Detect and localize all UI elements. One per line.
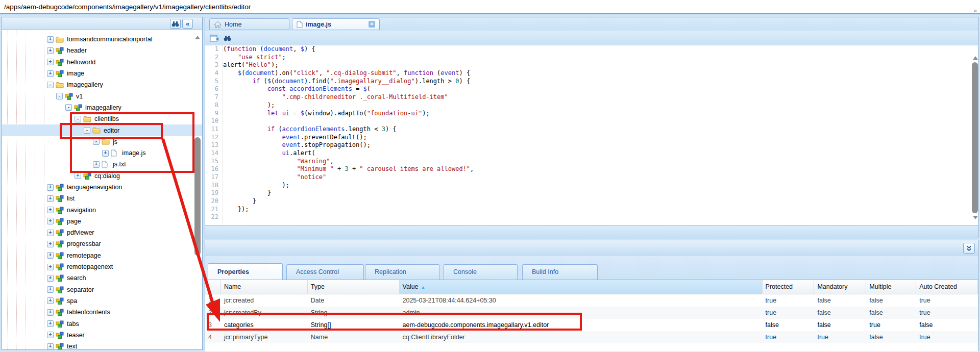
tree-node-pdfviewer[interactable]: +pdfviewer (2, 227, 202, 238)
expand-toggle-icon[interactable]: + (47, 241, 54, 247)
cell-num: 1 (205, 294, 221, 307)
expand-toggle-icon[interactable]: + (47, 252, 54, 259)
line-number: 5 (205, 78, 223, 86)
find-button[interactable] (222, 33, 232, 43)
tree-node-page[interactable]: +page (2, 216, 202, 227)
column-header-value[interactable]: Value▲ (400, 280, 763, 294)
tree-node-remotepagenext[interactable]: +remotepagenext (2, 261, 202, 272)
collapse-toggle-icon[interactable]: - (75, 116, 81, 122)
column-header-auto-created[interactable]: Auto Created (916, 280, 978, 294)
table-row-jcr:createdBy[interactable]: 2jcr:createdByStringadmintruefalsefalset… (205, 307, 978, 319)
code-line: 5 if ($(document).find(".imagegallary__d… (205, 78, 978, 86)
tab-replication[interactable]: Replication (365, 264, 439, 280)
tree-node-languagenavigation[interactable]: +languagenavigation (2, 182, 202, 193)
tree-node-header[interactable]: +header (2, 45, 202, 56)
line-number: 20 (205, 197, 223, 206)
tree-node-cq:dialog[interactable]: +cq:dialog (2, 170, 202, 182)
tree-node-teaser[interactable]: +teaser (2, 330, 202, 341)
expand-toggle-icon[interactable]: + (47, 184, 54, 191)
tree-body[interactable]: +formsandcommunicationportal+header+hell… (2, 30, 202, 349)
tree-node-navigation[interactable]: +navigation (2, 204, 202, 215)
tree-node-remotepage[interactable]: +remotepage (2, 250, 202, 261)
tree-scrollbar-thumb[interactable] (194, 137, 201, 256)
code-editor[interactable]: 1(function (document, $) {2 "use strict"… (205, 45, 978, 225)
tree-node-separator[interactable]: +separator (2, 284, 202, 295)
tab-build-info[interactable]: Build Info (522, 264, 598, 280)
table-row-jcr:primaryType[interactable]: 4jcr:primaryTypeNamecq:ClientLibraryFold… (205, 331, 978, 343)
column-header-name[interactable]: Name (221, 280, 308, 294)
expand-toggle-icon[interactable]: + (47, 230, 54, 236)
tree-node-formsandcommunicationportal[interactable]: +formsandcommunicationportal (2, 34, 202, 45)
tree-node-tabs[interactable]: +tabs (2, 318, 202, 329)
close-icon[interactable]: ✕ (369, 21, 375, 28)
expand-toggle-icon[interactable]: + (47, 218, 54, 224)
tree-node-label: image.js (122, 149, 146, 157)
expand-toggle-icon[interactable]: + (47, 70, 54, 77)
line-number: 17 (205, 173, 223, 182)
expand-toggle-icon[interactable]: + (47, 264, 54, 270)
tree-node-editor[interactable]: -editor (2, 124, 202, 136)
tree-node-imagegallery[interactable]: -imagegallery (2, 102, 202, 113)
scroll-up-arrow-icon[interactable] (973, 56, 978, 60)
column-header-protected[interactable]: Protected (763, 280, 815, 294)
tree-node-progressbar[interactable]: +progressbar (2, 238, 202, 249)
address-expander-icon[interactable]: » (973, 4, 977, 18)
expand-toggle-icon[interactable]: + (47, 36, 54, 43)
search-button[interactable] (170, 19, 181, 29)
expand-toggle-icon[interactable]: + (102, 150, 109, 157)
expand-toggle-icon[interactable]: + (47, 309, 54, 316)
table-row-jcr:created[interactable]: 1jcr:createdDate2025-03-21T08:44:44.624+… (205, 294, 978, 307)
cell-name: jcr:createdBy (221, 307, 308, 319)
tree-node-image[interactable]: +image (2, 68, 202, 79)
collapse-toggle-icon[interactable]: - (47, 82, 54, 88)
tree-node-clientlibs[interactable]: -clientlibs (2, 113, 202, 124)
tree-node-list[interactable]: +list (2, 193, 202, 204)
expand-toggle-icon[interactable]: + (47, 297, 54, 304)
expand-toggle-icon[interactable]: + (47, 286, 54, 293)
tab-access-control[interactable]: Access Control (286, 264, 364, 280)
expand-toggle-icon[interactable]: + (47, 195, 54, 202)
expand-toggle-icon[interactable]: + (47, 275, 54, 282)
expand-panel-button[interactable] (963, 243, 975, 254)
tree-node-imagegallery[interactable]: -imagegallery (2, 79, 202, 90)
expand-toggle-icon[interactable]: + (75, 172, 81, 179)
tree-node-v1[interactable]: -v1 (2, 90, 202, 102)
column-header-mandatory[interactable]: Mandatory (814, 280, 866, 294)
tab-properties[interactable]: Properties (208, 263, 283, 280)
tree-node-tableofcontents[interactable]: +tableofcontents (2, 307, 202, 318)
table-row-categories[interactable]: 3categoriesString[]aem-debugcode.compone… (205, 319, 978, 331)
editor-tab-image-js[interactable]: image.js✕ (292, 18, 380, 30)
expand-toggle-icon[interactable]: + (47, 320, 54, 327)
tree-node-search[interactable]: +search (2, 272, 202, 284)
column-header-rownum[interactable] (205, 280, 221, 294)
collapse-toggle-icon[interactable]: - (65, 104, 72, 111)
editor-scrollbar-thumb[interactable] (972, 62, 978, 213)
column-header-type[interactable]: Type (308, 280, 400, 294)
show-in-tree-button[interactable] (209, 33, 219, 43)
scroll-up-arrow-icon[interactable] (195, 36, 200, 39)
expand-toggle-icon[interactable]: + (93, 161, 100, 168)
collapse-toggle-icon[interactable]: - (56, 93, 63, 99)
editor-tab-home[interactable]: Home (209, 18, 289, 30)
tree-node-helloworld[interactable]: +helloworld (2, 57, 202, 68)
expand-toggle-icon[interactable]: + (47, 207, 54, 213)
line-number: 8 (205, 102, 223, 110)
expand-toggle-icon[interactable]: + (47, 332, 54, 338)
address-bar[interactable]: /apps/aem-debugcode/components/imagegall… (0, 0, 980, 14)
expand-toggle-icon[interactable]: + (47, 343, 54, 349)
tab-console[interactable]: Console (444, 264, 518, 280)
tree-node-spa[interactable]: +spa (2, 295, 202, 307)
scroll-down-arrow-icon[interactable] (973, 216, 978, 219)
collapse-toggle-icon[interactable]: - (93, 138, 100, 145)
properties-tab-bar: PropertiesAccess ControlReplicationConso… (205, 256, 978, 280)
column-header-multiple[interactable]: Multiple (866, 280, 916, 294)
expand-toggle-icon[interactable]: + (47, 47, 54, 54)
component-icon (56, 263, 64, 270)
collapse-panel-button[interactable]: « (182, 19, 193, 29)
tree-node-js[interactable]: -js (2, 136, 202, 147)
tree-node-js.txt[interactable]: +js.txt (2, 159, 202, 170)
expand-toggle-icon[interactable]: + (47, 59, 54, 65)
tree-node-image.js[interactable]: +image.js (2, 147, 202, 159)
collapse-toggle-icon[interactable]: - (84, 127, 90, 134)
tree-node-text[interactable]: +text (2, 341, 202, 349)
